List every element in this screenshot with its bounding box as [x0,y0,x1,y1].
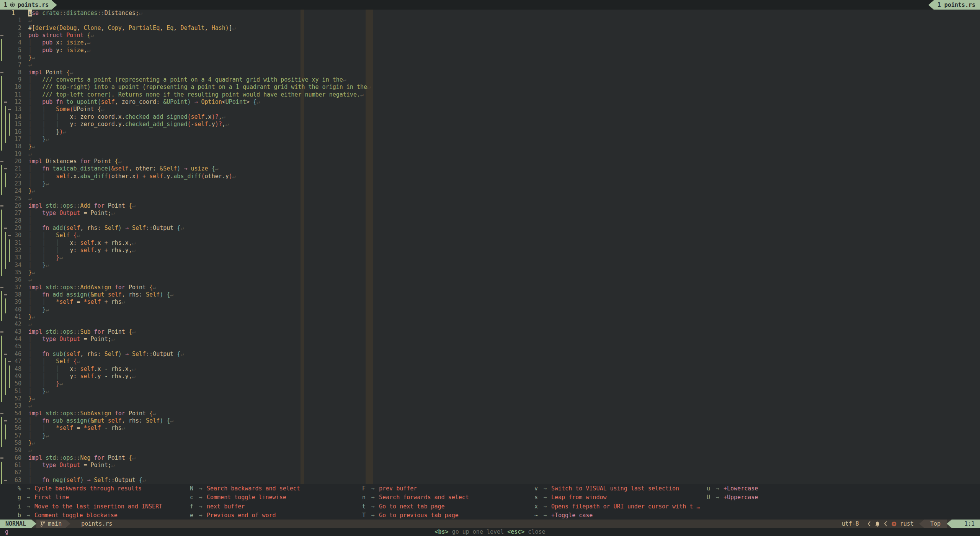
fold-gutter[interactable] [0,225,11,232]
fold-gutter[interactable] [0,136,11,143]
fold-gutter[interactable] [0,39,11,46]
fold-gutter[interactable] [0,195,11,202]
fold-gutter[interactable] [0,217,11,225]
relative-line-number: 16 [11,128,21,136]
fold-open-icon[interactable] [4,98,8,106]
fold-gutter[interactable] [0,269,11,276]
fold-gutter[interactable] [0,373,11,380]
fold-gutter[interactable] [0,47,11,54]
fold-gutter[interactable] [0,151,11,158]
fold-open-icon[interactable] [4,477,8,484]
fold-open-icon[interactable] [4,351,8,358]
code-line-text: impl std::ops::Sub for Point {↵ [28,328,136,336]
fold-gutter[interactable] [0,410,11,417]
fold-gutter[interactable] [0,25,11,32]
command-line[interactable]: g <bs> go up one level <esc> close [0,528,980,536]
fold-gutter[interactable] [0,143,11,150]
whichkey-binding-f: f→next buffer [190,502,300,511]
fold-open-icon[interactable] [4,165,8,172]
fold-gutter[interactable] [0,343,11,350]
fold-open-icon[interactable] [0,410,4,417]
code-line: 5│ pub y: isize,↵ [0,47,980,54]
fold-open-icon[interactable] [8,106,11,113]
fold-gutter[interactable] [0,454,11,462]
fold-gutter[interactable] [0,425,11,432]
code-line-text: │ │ │ y: zero_coord.y.checked_add_signed… [28,121,229,128]
fold-gutter[interactable] [0,187,11,195]
fold-gutter[interactable] [0,128,11,136]
fold-gutter[interactable] [0,366,11,373]
fold-gutter[interactable] [0,69,11,76]
fold-gutter[interactable] [0,61,11,69]
fold-gutter[interactable] [0,239,11,247]
fold-open-icon[interactable] [8,358,11,365]
fold-extent-bar [0,425,4,432]
fold-open-icon[interactable] [0,158,4,165]
fold-gutter[interactable] [0,462,11,469]
fold-gutter[interactable] [0,276,11,284]
fold-open-icon[interactable] [8,232,11,239]
tabpage-indicator[interactable]: 1 points.rs [928,0,980,10]
tab-points-rs[interactable]: 1 points.rs [0,0,57,10]
fold-gutter[interactable] [0,284,11,291]
fold-gutter[interactable] [0,180,11,187]
whichkey-column: u→+LowercaseU→+Uppercase [707,484,758,502]
fold-extent-bar [4,262,8,269]
fold-gutter[interactable] [0,417,11,425]
code-editor[interactable]: 1use crate::distances::Distances;↵1↵2#[d… [0,10,980,484]
fold-gutter[interactable] [0,76,11,84]
fold-gutter[interactable] [0,432,11,439]
code-line: 4│ pub x: isize,↵ [0,39,980,46]
code-line: 45│ [0,343,980,350]
fold-gutter[interactable] [0,336,11,343]
fold-open-icon[interactable] [0,69,4,76]
fold-gutter[interactable] [0,173,11,180]
fold-gutter[interactable] [0,298,11,306]
fold-gutter[interactable] [0,54,11,61]
fold-open-icon[interactable] [0,32,4,39]
fold-gutter[interactable] [0,17,11,24]
fold-gutter[interactable] [0,306,11,313]
fold-gutter[interactable] [0,10,11,17]
fold-gutter[interactable] [0,91,11,98]
fold-gutter[interactable] [0,358,11,365]
fold-gutter[interactable] [0,380,11,387]
fold-gutter[interactable] [0,254,11,261]
fold-open-icon[interactable] [4,225,8,232]
code-line-text: │ type Output = Point;↵ [28,336,115,343]
fold-gutter[interactable] [0,113,11,121]
fold-gutter[interactable] [0,106,11,113]
fold-gutter[interactable] [0,84,11,91]
fold-gutter[interactable] [0,328,11,336]
fold-open-icon[interactable] [0,328,4,336]
fold-gutter[interactable] [0,321,11,328]
fold-gutter[interactable] [0,247,11,254]
fold-open-icon[interactable] [0,454,4,462]
code-line-text: │ [28,343,32,350]
fold-gutter[interactable] [0,447,11,454]
fold-gutter[interactable] [0,291,11,298]
code-line: 52}↵ [0,395,980,402]
fold-gutter[interactable] [0,165,11,172]
fold-gutter[interactable] [0,121,11,128]
fold-gutter[interactable] [0,158,11,165]
fold-gutter[interactable] [0,313,11,321]
fold-gutter[interactable] [0,210,11,217]
fold-gutter[interactable] [0,351,11,358]
code-line-text: impl Distances for Point {↵ [28,158,122,165]
fold-gutter[interactable] [0,388,11,395]
fold-gutter[interactable] [0,202,11,210]
fold-gutter[interactable] [0,395,11,402]
fold-open-icon[interactable] [4,417,8,425]
fold-gutter[interactable] [0,98,11,106]
fold-gutter[interactable] [0,477,11,484]
fold-gutter[interactable] [0,439,11,447]
fold-open-icon[interactable] [4,291,8,298]
fold-gutter[interactable] [0,32,11,39]
fold-open-icon[interactable] [0,284,4,291]
fold-gutter[interactable] [0,262,11,269]
fold-gutter[interactable] [0,469,11,476]
fold-gutter[interactable] [0,232,11,239]
fold-open-icon[interactable] [0,202,4,210]
fold-gutter[interactable] [0,402,11,410]
